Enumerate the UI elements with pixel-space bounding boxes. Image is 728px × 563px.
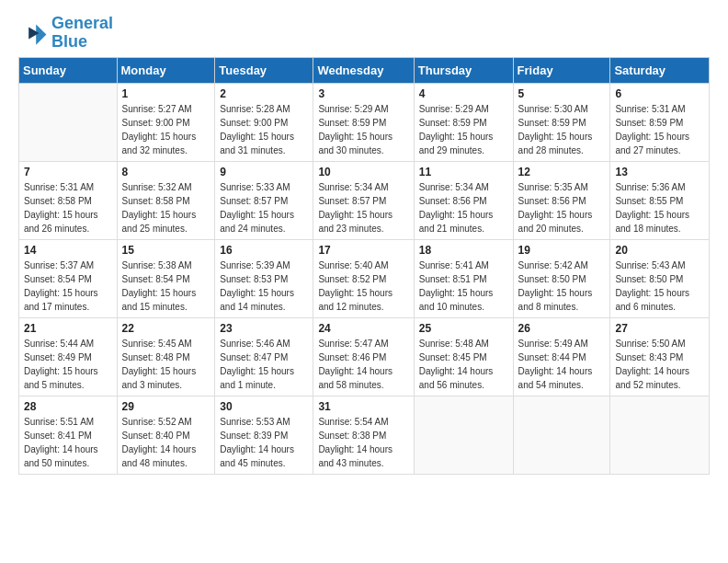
calendar-day-cell: 12Sunrise: 5:35 AMSunset: 8:56 PMDayligh… xyxy=(513,161,610,239)
calendar-day-cell: 31Sunrise: 5:54 AMSunset: 8:38 PMDayligh… xyxy=(313,396,414,474)
calendar-day-cell: 24Sunrise: 5:47 AMSunset: 8:46 PMDayligh… xyxy=(313,317,414,396)
daylight-text: Daylight: 15 hours and 1 minute. xyxy=(220,366,294,390)
sunrise-text: Sunrise: 5:27 AM xyxy=(122,104,192,114)
calendar-week-row: 21Sunrise: 5:44 AMSunset: 8:49 PMDayligh… xyxy=(19,317,710,396)
sunset-text: Sunset: 8:46 PM xyxy=(318,352,386,362)
daylight-text: Daylight: 15 hours and 14 minutes. xyxy=(220,288,294,312)
sunrise-text: Sunrise: 5:45 AM xyxy=(122,339,192,349)
daylight-text: Daylight: 14 hours and 54 minutes. xyxy=(518,366,593,390)
day-number: 27 xyxy=(615,322,704,335)
day-info: Sunrise: 5:51 AMSunset: 8:41 PMDaylight:… xyxy=(24,415,112,470)
day-info: Sunrise: 5:27 AMSunset: 9:00 PMDaylight:… xyxy=(122,102,210,157)
day-info: Sunrise: 5:50 AMSunset: 8:43 PMDaylight:… xyxy=(615,337,704,392)
daylight-text: Daylight: 14 hours and 43 minutes. xyxy=(318,444,392,468)
sunset-text: Sunset: 8:59 PM xyxy=(615,118,683,128)
day-number: 16 xyxy=(220,244,308,257)
day-number: 15 xyxy=(122,244,210,257)
calendar-day-cell: 23Sunrise: 5:46 AMSunset: 8:47 PMDayligh… xyxy=(215,317,313,396)
calendar-day-cell: 2Sunrise: 5:28 AMSunset: 9:00 PMDaylight… xyxy=(215,83,313,161)
calendar-day-cell: 27Sunrise: 5:50 AMSunset: 8:43 PMDayligh… xyxy=(610,317,710,396)
day-number: 24 xyxy=(318,322,408,335)
sunset-text: Sunset: 8:57 PM xyxy=(318,196,386,206)
day-info: Sunrise: 5:46 AMSunset: 8:47 PMDaylight:… xyxy=(220,337,308,392)
day-number: 28 xyxy=(24,400,112,413)
calendar-day-cell: 26Sunrise: 5:49 AMSunset: 8:44 PMDayligh… xyxy=(513,317,610,396)
weekday-header-row: SundayMondayTuesdayWednesdayThursdayFrid… xyxy=(19,57,710,83)
calendar-day-cell: 16Sunrise: 5:39 AMSunset: 8:53 PMDayligh… xyxy=(215,239,313,317)
sunset-text: Sunset: 8:54 PM xyxy=(122,274,190,284)
sunset-text: Sunset: 8:38 PM xyxy=(318,431,386,441)
sunset-text: Sunset: 8:44 PM xyxy=(518,352,586,362)
daylight-text: Daylight: 15 hours and 18 minutes. xyxy=(615,210,689,234)
day-number: 30 xyxy=(220,400,308,413)
day-info: Sunrise: 5:48 AMSunset: 8:45 PMDaylight:… xyxy=(419,337,508,392)
sunset-text: Sunset: 8:45 PM xyxy=(419,352,487,362)
day-info: Sunrise: 5:36 AMSunset: 8:55 PMDaylight:… xyxy=(615,180,704,236)
sunrise-text: Sunrise: 5:48 AM xyxy=(419,339,489,349)
sunrise-text: Sunrise: 5:34 AM xyxy=(318,182,388,192)
day-number: 26 xyxy=(518,322,606,335)
daylight-text: Daylight: 15 hours and 12 minutes. xyxy=(318,288,392,312)
sunrise-text: Sunrise: 5:28 AM xyxy=(220,104,290,114)
calendar-day-cell: 4Sunrise: 5:29 AMSunset: 8:59 PMDaylight… xyxy=(414,83,513,161)
calendar-day-cell: 21Sunrise: 5:44 AMSunset: 8:49 PMDayligh… xyxy=(19,317,118,396)
sunset-text: Sunset: 8:54 PM xyxy=(24,274,92,284)
sunset-text: Sunset: 8:41 PM xyxy=(24,431,92,441)
sunrise-text: Sunrise: 5:42 AM xyxy=(518,260,588,270)
calendar-day-cell: 1Sunrise: 5:27 AMSunset: 9:00 PMDaylight… xyxy=(117,83,215,161)
sunrise-text: Sunrise: 5:31 AM xyxy=(615,104,685,114)
daylight-text: Daylight: 14 hours and 56 minutes. xyxy=(419,366,494,390)
sunset-text: Sunset: 8:59 PM xyxy=(419,118,487,128)
daylight-text: Daylight: 15 hours and 8 minutes. xyxy=(518,288,593,312)
day-number: 18 xyxy=(419,244,508,257)
sunrise-text: Sunrise: 5:34 AM xyxy=(419,182,489,192)
calendar-day-cell: 15Sunrise: 5:38 AMSunset: 8:54 PMDayligh… xyxy=(117,239,215,317)
daylight-text: Daylight: 15 hours and 25 minutes. xyxy=(122,210,197,234)
calendar-week-row: 28Sunrise: 5:51 AMSunset: 8:41 PMDayligh… xyxy=(19,396,710,474)
day-number: 9 xyxy=(220,166,308,178)
daylight-text: Daylight: 14 hours and 58 minutes. xyxy=(318,366,392,390)
sunset-text: Sunset: 8:56 PM xyxy=(419,196,487,206)
calendar-day-cell: 20Sunrise: 5:43 AMSunset: 8:50 PMDayligh… xyxy=(610,239,710,317)
day-info: Sunrise: 5:40 AMSunset: 8:52 PMDaylight:… xyxy=(318,259,408,314)
daylight-text: Daylight: 15 hours and 17 minutes. xyxy=(24,288,98,312)
day-number: 2 xyxy=(220,87,308,100)
calendar-day-cell: 6Sunrise: 5:31 AMSunset: 8:59 PMDaylight… xyxy=(610,83,710,161)
calendar-day-cell: 3Sunrise: 5:29 AMSunset: 8:59 PMDaylight… xyxy=(313,83,414,161)
sunrise-text: Sunrise: 5:43 AM xyxy=(615,260,685,270)
calendar-day-cell: 17Sunrise: 5:40 AMSunset: 8:52 PMDayligh… xyxy=(313,239,414,317)
day-number: 5 xyxy=(518,87,606,100)
sunrise-text: Sunrise: 5:50 AM xyxy=(615,339,685,349)
logo-icon xyxy=(18,18,48,48)
sunset-text: Sunset: 8:53 PM xyxy=(220,274,288,284)
weekday-header-cell: Tuesday xyxy=(215,57,313,83)
daylight-text: Daylight: 15 hours and 26 minutes. xyxy=(24,210,98,234)
day-number: 25 xyxy=(419,322,508,335)
sunrise-text: Sunrise: 5:33 AM xyxy=(220,182,290,192)
day-info: Sunrise: 5:52 AMSunset: 8:40 PMDaylight:… xyxy=(122,415,210,470)
day-info: Sunrise: 5:32 AMSunset: 8:58 PMDaylight:… xyxy=(122,180,210,236)
logo: General Blue xyxy=(18,15,113,52)
daylight-text: Daylight: 14 hours and 45 minutes. xyxy=(220,444,294,468)
page: General Blue SundayMondayTuesdayWednesda… xyxy=(0,0,728,489)
weekday-header-cell: Wednesday xyxy=(313,57,414,83)
sunset-text: Sunset: 8:59 PM xyxy=(518,118,586,128)
sunrise-text: Sunrise: 5:29 AM xyxy=(318,104,388,114)
weekday-header-cell: Sunday xyxy=(19,57,118,83)
daylight-text: Daylight: 15 hours and 27 minutes. xyxy=(615,132,689,155)
daylight-text: Daylight: 15 hours and 23 minutes. xyxy=(318,210,392,234)
day-info: Sunrise: 5:35 AMSunset: 8:56 PMDaylight:… xyxy=(518,180,606,236)
calendar-day-cell: 8Sunrise: 5:32 AMSunset: 8:58 PMDaylight… xyxy=(117,161,215,239)
sunset-text: Sunset: 9:00 PM xyxy=(122,118,190,128)
day-number: 7 xyxy=(24,166,112,178)
day-number: 11 xyxy=(419,166,508,178)
sunrise-text: Sunrise: 5:46 AM xyxy=(220,339,290,349)
sunrise-text: Sunrise: 5:39 AM xyxy=(220,260,290,270)
daylight-text: Daylight: 15 hours and 6 minutes. xyxy=(615,288,689,312)
sunset-text: Sunset: 8:56 PM xyxy=(518,196,586,206)
calendar-day-cell: 13Sunrise: 5:36 AMSunset: 8:55 PMDayligh… xyxy=(610,161,710,239)
day-info: Sunrise: 5:28 AMSunset: 9:00 PMDaylight:… xyxy=(220,102,308,157)
sunset-text: Sunset: 8:50 PM xyxy=(518,274,586,284)
calendar-header: SundayMondayTuesdayWednesdayThursdayFrid… xyxy=(19,57,710,83)
sunset-text: Sunset: 8:50 PM xyxy=(615,274,683,284)
